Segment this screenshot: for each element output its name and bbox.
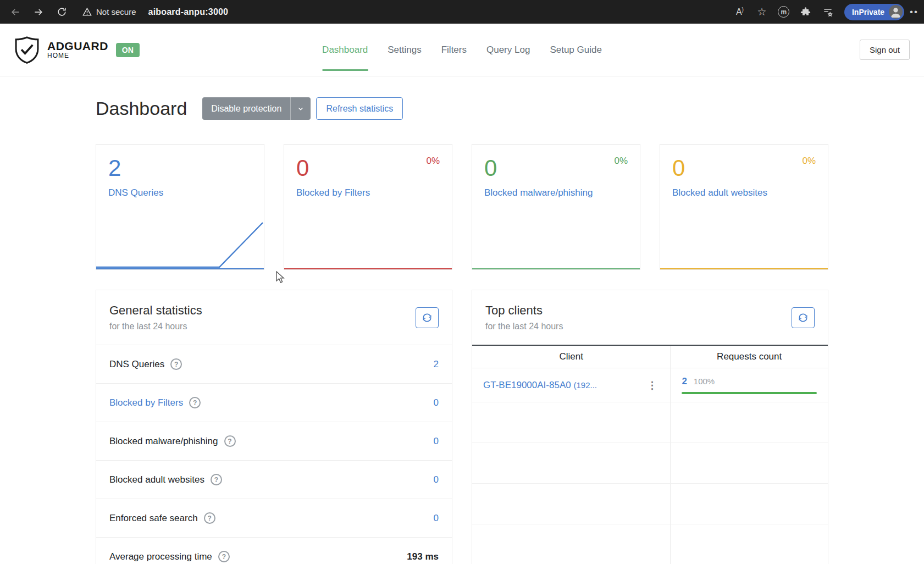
help-icon[interactable]: ? — [224, 435, 236, 447]
request-percent: 100% — [694, 377, 715, 386]
stat-cards-row: 2 DNS Queries 0% 0 Blocked by Filters 0%… — [96, 144, 828, 270]
shield-check-icon — [14, 36, 40, 64]
blocked-malware-label: Blocked malware/phishing — [484, 187, 628, 198]
disable-protection-dropdown[interactable] — [290, 97, 311, 120]
stat-row-dns-queries: DNS Queries ? 2 — [96, 345, 452, 383]
dns-queries-sparkline — [96, 220, 264, 268]
back-button[interactable] — [5, 2, 25, 22]
dns-queries-value: 2 — [108, 157, 252, 180]
main-content: Dashboard Disable protection Refresh sta… — [96, 97, 828, 564]
row-value: 193 ms — [407, 551, 439, 562]
top-clients-title: Top clients — [485, 303, 563, 318]
row-label: Blocked adult websites — [109, 474, 204, 485]
empty-table-row — [472, 483, 828, 524]
client-row: GT-BE19000AI-85A0 (192... ⋮ 2 100% — [472, 368, 828, 402]
blocked-adult-label: Blocked adult websites — [672, 187, 816, 198]
browser-toolbar: Not secure aiboard-anpu:3000 A) ☆ m InPr… — [0, 0, 924, 24]
row-value: 0 — [434, 436, 439, 447]
refresh-statistics-button[interactable]: Refresh statistics — [316, 97, 403, 120]
top-clients-subtitle: for the last 24 hours — [485, 322, 563, 331]
refresh-icon — [57, 7, 67, 17]
adguard-logo[interactable]: ADGUARD HOME — [14, 36, 108, 64]
column-client: Client — [472, 346, 670, 368]
stat-row-blocked-filters: Blocked by Filters ? 0 — [96, 383, 452, 422]
m-badge-icon: m — [778, 6, 789, 18]
stat-row-processing-time: Average processing time ? 193 ms — [96, 537, 452, 564]
blocked-adult-percent: 0% — [802, 156, 816, 167]
avatar — [889, 5, 903, 19]
row-value: 0 — [434, 397, 439, 408]
request-count: 2 — [682, 376, 687, 387]
page-title: Dashboard — [96, 98, 187, 119]
help-icon[interactable]: ? — [189, 397, 201, 408]
help-icon[interactable]: ? — [218, 551, 230, 562]
empty-table-row — [472, 402, 828, 443]
favorites-bar-button[interactable] — [818, 2, 838, 22]
refresh-button[interactable] — [52, 2, 71, 22]
disable-protection-label: Disable protection — [202, 97, 290, 120]
sign-out-button[interactable]: Sign out — [860, 40, 910, 60]
top-clients-panel: Top clients for the last 24 hours Client… — [472, 290, 828, 564]
back-arrow-icon — [10, 7, 21, 18]
general-statistics-refresh-button[interactable] — [416, 307, 439, 328]
general-statistics-subtitle: for the last 24 hours — [109, 322, 202, 331]
protection-status-badge: ON — [116, 43, 140, 57]
blocked-malware-percent: 0% — [614, 156, 628, 167]
inprivate-badge[interactable]: InPrivate — [844, 4, 904, 20]
client-name: GT-BE19000AI-85A0 — [483, 380, 571, 390]
general-statistics-panel: General statistics for the last 24 hours… — [96, 290, 452, 564]
card-blocked-filters: 0% 0 Blocked by Filters — [284, 144, 452, 270]
read-aloud-icon: A) — [736, 7, 744, 17]
blocked-filters-value: 0 — [296, 157, 440, 180]
inprivate-label: InPrivate — [852, 8, 884, 16]
card-blocked-malware: 0% 0 Blocked malware/phishing — [472, 144, 640, 270]
nav-dashboard[interactable]: Dashboard — [322, 24, 368, 76]
read-aloud-button[interactable]: A) — [730, 2, 750, 22]
stat-row-blocked-malware: Blocked malware/phishing ? 0 — [96, 422, 452, 460]
forward-arrow-icon — [33, 7, 44, 18]
address-bar[interactable]: Not secure aiboard-anpu:3000 — [75, 7, 727, 17]
brand-name: ADGUARD — [47, 40, 108, 52]
card-dns-queries: 2 DNS Queries — [96, 144, 264, 270]
url-text: aiboard-anpu:3000 — [148, 7, 229, 17]
main-nav: Dashboard Settings Filters Query Log Set… — [322, 24, 602, 76]
row-label: DNS Queries — [109, 359, 164, 370]
client-menu-button[interactable]: ⋮ — [645, 379, 659, 391]
nav-query-log[interactable]: Query Log — [486, 24, 530, 76]
blocked-malware-value: 0 — [484, 157, 628, 180]
nav-settings[interactable]: Settings — [388, 24, 421, 76]
row-label: Blocked malware/phishing — [109, 436, 218, 447]
row-value: 2 — [434, 359, 439, 370]
collections-star-icon — [822, 7, 833, 18]
puzzle-icon — [800, 7, 811, 17]
row-value: 0 — [434, 513, 439, 524]
client-link[interactable]: GT-BE19000AI-85A0 (192... — [483, 380, 597, 391]
disable-protection-button[interactable]: Disable protection — [202, 97, 311, 120]
top-clients-refresh-button[interactable] — [792, 307, 815, 328]
add-favorite-button[interactable]: ☆ — [752, 2, 772, 22]
forward-button[interactable] — [29, 2, 48, 22]
app-header: ADGUARD HOME ON Dashboard Settings Filte… — [0, 24, 924, 76]
dns-queries-label: DNS Queries — [108, 187, 252, 198]
general-statistics-title: General statistics — [109, 303, 202, 318]
not-secure-label: Not secure — [96, 7, 136, 16]
refresh-icon — [422, 312, 433, 323]
column-requests-count: Requests count — [670, 346, 828, 368]
blocked-adult-value: 0 — [672, 157, 816, 180]
help-icon[interactable]: ? — [204, 512, 215, 524]
empty-table-row — [472, 524, 828, 564]
brand-subname: HOME — [47, 52, 108, 59]
help-icon[interactable]: ? — [170, 358, 182, 370]
blocked-filters-label: Blocked by Filters — [296, 187, 440, 198]
nav-setup-guide[interactable]: Setup Guide — [550, 24, 602, 76]
extensions-button[interactable] — [796, 2, 816, 22]
more-options-button[interactable]: •• — [906, 7, 919, 18]
nav-filters[interactable]: Filters — [441, 24, 467, 76]
m-badge-button[interactable]: m — [774, 2, 794, 22]
row-value: 0 — [434, 474, 439, 485]
chevron-down-icon — [297, 105, 305, 113]
help-icon[interactable]: ? — [211, 474, 222, 485]
request-progress-bar — [682, 392, 817, 394]
stat-row-safe-search: Enforced safe search ? 0 — [96, 499, 452, 537]
row-label: Enforced safe search — [109, 513, 198, 524]
